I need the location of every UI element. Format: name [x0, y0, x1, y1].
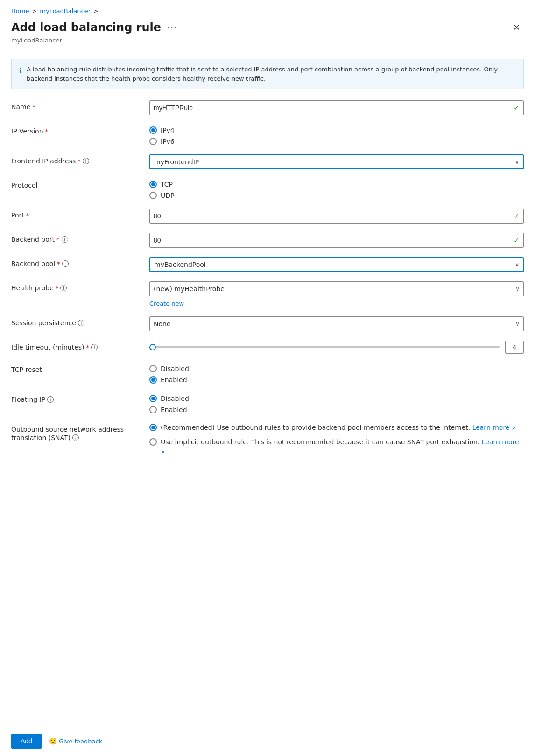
session-persistence-arrow-icon: ∨ — [515, 321, 520, 327]
name-label: Name * — [11, 100, 142, 111]
backend-pool-info-icon[interactable]: i — [62, 260, 69, 267]
outbound-snat-info-icon[interactable]: i — [72, 434, 79, 441]
outbound-snat-implicit-option: Use implicit outbound rule. This is not … — [149, 437, 524, 457]
ipv6-option[interactable]: IPv6 — [149, 138, 524, 145]
form: Name * ✓ IP Version * IPv4 IPv6 — [0, 100, 535, 462]
udp-radio[interactable] — [149, 192, 157, 199]
idle-timeout-info-icon[interactable]: i — [91, 344, 98, 350]
feedback-link[interactable]: 🙂 Give feedback — [49, 737, 102, 745]
outbound-snat-recommended-text: (Recommended) Use outbound rules to prov… — [161, 423, 515, 433]
session-persistence-value: None — [154, 320, 171, 328]
name-required: * — [32, 104, 35, 111]
ip-version-required: * — [45, 128, 49, 135]
session-persistence-dropdown[interactable]: None ∨ — [149, 316, 524, 331]
health-probe-info-icon[interactable]: i — [60, 285, 67, 291]
tcp-reset-disabled-option[interactable]: Disabled — [149, 365, 524, 372]
port-input[interactable] — [149, 209, 524, 224]
tcp-radio[interactable] — [149, 181, 157, 188]
health-probe-control: (new) myHealthProbe ∨ Create new — [149, 281, 524, 307]
name-control: ✓ — [149, 100, 524, 115]
tcp-reset-enabled-radio[interactable] — [149, 376, 157, 384]
outbound-snat-implicit-text: Use implicit outbound rule. This is not … — [161, 437, 524, 457]
name-input[interactable] — [149, 100, 524, 115]
breadcrumb-home[interactable]: Home — [11, 7, 29, 14]
tcp-reset-control: Disabled Enabled — [149, 363, 524, 384]
breadcrumb: Home > myLoadBalancer > — [0, 0, 535, 16]
outbound-snat-recommended-learn-more[interactable]: Learn more ↗ — [472, 424, 516, 431]
tcp-reset-disabled-label: Disabled — [161, 365, 189, 372]
port-label: Port * — [11, 209, 142, 219]
breadcrumb-loadbalancer[interactable]: myLoadBalancer — [40, 7, 91, 14]
outbound-snat-implicit-learn-more[interactable]: Learn more ↗ — [161, 438, 519, 455]
ipv4-radio[interactable] — [149, 126, 157, 134]
idle-timeout-row: Idle timeout (minutes) * i 4 — [11, 341, 524, 354]
feedback-icon: 🙂 — [49, 737, 57, 745]
floating-ip-control: Disabled Enabled — [149, 393, 524, 413]
session-persistence-info-icon[interactable]: i — [78, 320, 84, 326]
create-new-link[interactable]: Create new — [149, 300, 524, 307]
frontend-ip-value: myFrontendIP — [154, 158, 199, 166]
tcp-reset-row: TCP reset Disabled Enabled — [11, 363, 524, 384]
tcp-reset-enabled-label: Enabled — [161, 376, 187, 384]
health-probe-required: * — [56, 285, 59, 292]
health-probe-dropdown[interactable]: (new) myHealthProbe ∨ — [149, 281, 524, 296]
outbound-snat-implicit-radio[interactable] — [149, 438, 157, 446]
outbound-snat-label: Outbound source network address translat… — [11, 423, 142, 441]
idle-timeout-slider[interactable] — [149, 346, 500, 348]
floating-ip-enabled-option[interactable]: Enabled — [149, 406, 524, 413]
tcp-reset-enabled-option[interactable]: Enabled — [149, 376, 524, 384]
floating-ip-label: Floating IP i — [11, 393, 142, 403]
ipv6-radio[interactable] — [149, 138, 157, 145]
floating-ip-info-icon[interactable]: i — [47, 396, 54, 403]
tcp-reset-disabled-radio[interactable] — [149, 365, 157, 372]
port-valid-icon: ✓ — [514, 212, 519, 220]
protocol-control: TCP UDP — [149, 179, 524, 199]
feedback-label: Give feedback — [59, 738, 102, 745]
more-options-button[interactable]: ··· — [167, 22, 177, 33]
page-subtitle: myLoadBalancer — [0, 37, 535, 51]
external-link-icon: ↗ — [512, 426, 515, 431]
ipv4-option[interactable]: IPv4 — [149, 126, 524, 134]
backend-port-info-icon[interactable]: i — [62, 236, 68, 243]
backend-port-input[interactable] — [149, 233, 524, 248]
health-probe-arrow-icon: ∨ — [515, 286, 520, 292]
session-persistence-control: None ∨ — [149, 316, 524, 331]
add-button[interactable]: Add — [11, 734, 42, 749]
outbound-snat-recommended-option: (Recommended) Use outbound rules to prov… — [149, 423, 524, 433]
info-text: A load balancing rule distributes incomi… — [27, 65, 516, 83]
backend-pool-row: Backend pool * i myBackendPool ∨ — [11, 257, 524, 272]
udp-option[interactable]: UDP — [149, 192, 524, 199]
footer: Add 🙂 Give feedback — [0, 726, 535, 756]
backend-port-row: Backend port * i ✓ — [11, 233, 524, 248]
outbound-snat-control: (Recommended) Use outbound rules to prov… — [149, 423, 524, 462]
floating-ip-enabled-radio[interactable] — [149, 406, 157, 413]
tcp-option[interactable]: TCP — [149, 181, 524, 188]
idle-timeout-required: * — [86, 344, 90, 351]
ipv4-label: IPv4 — [161, 126, 175, 134]
floating-ip-disabled-radio[interactable] — [149, 395, 157, 402]
port-required: * — [26, 212, 29, 219]
name-row: Name * ✓ — [11, 100, 524, 115]
close-button[interactable]: ✕ — [509, 20, 524, 35]
frontend-ip-info-icon[interactable]: i — [83, 158, 89, 164]
page-title: Add load balancing rule — [11, 21, 161, 34]
frontend-ip-label: Frontend IP address * i — [11, 154, 142, 165]
outbound-snat-row: Outbound source network address translat… — [11, 423, 524, 462]
name-valid-icon: ✓ — [514, 104, 519, 112]
frontend-ip-dropdown[interactable]: myFrontendIP ∨ — [149, 154, 524, 169]
backend-port-valid-icon: ✓ — [514, 237, 519, 244]
backend-port-label: Backend port * i — [11, 233, 142, 243]
health-probe-label: Health probe * i — [11, 281, 142, 292]
session-persistence-label: Session persistence i — [11, 316, 142, 327]
floating-ip-disabled-option[interactable]: Disabled — [149, 395, 524, 402]
external-link-icon2: ↗ — [161, 450, 164, 455]
health-probe-row: Health probe * i (new) myHealthProbe ∨ C… — [11, 281, 524, 307]
outbound-snat-recommended-radio[interactable] — [149, 424, 157, 431]
info-banner: ℹ A load balancing rule distributes inco… — [11, 59, 524, 89]
page-header: Add load balancing rule ··· ✕ — [0, 16, 535, 37]
ip-version-control: IPv4 IPv6 — [149, 125, 524, 145]
tcp-reset-label: TCP reset — [11, 363, 142, 373]
backend-pool-dropdown[interactable]: myBackendPool ∨ — [149, 257, 524, 272]
breadcrumb-sep1: > — [32, 7, 37, 14]
frontend-ip-required: * — [77, 158, 81, 165]
